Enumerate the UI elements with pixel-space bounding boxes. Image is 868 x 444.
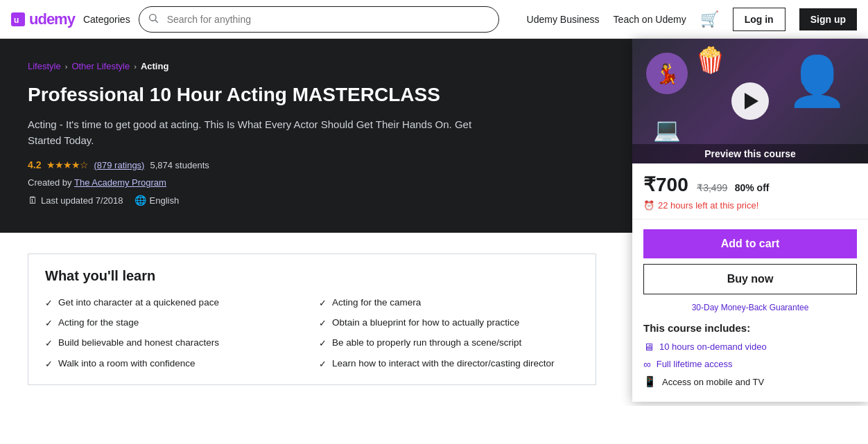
check-icon: ✓ — [319, 317, 327, 330]
learn-item: ✓Acting for the stage — [45, 317, 305, 330]
hero-content: Lifestyle › Other Lifestyle › Acting Pro… — [28, 61, 485, 211]
includes-mobile-text: Access on mobile and TV — [662, 377, 764, 387]
breadcrumb: Lifestyle › Other Lifestyle › Acting — [28, 61, 485, 71]
rating-count[interactable]: (879 ratings) — [94, 160, 144, 170]
check-icon: ✓ — [319, 297, 327, 310]
course-subtitle: Acting - It's time to get good at acting… — [28, 117, 485, 148]
learn-item-text: Acting for the stage — [58, 317, 139, 330]
deco-circle: 💃 — [646, 53, 688, 94]
deco-person: 👤 — [787, 53, 847, 109]
learn-item-text: Walk into a room with confidence — [58, 357, 196, 371]
rating-row: 4.2 ★★★★☆ (879 ratings) 5,874 students — [28, 159, 485, 170]
search-input[interactable] — [139, 6, 499, 33]
last-updated-item: 🗓 Last updated 7/2018 — [28, 195, 123, 206]
udemy-business-link[interactable]: Udemy Business — [527, 14, 600, 25]
learn-item: ✓Walk into a room with confidence — [45, 357, 305, 371]
creator-prefix: Created by — [28, 177, 72, 188]
play-button[interactable] — [731, 82, 769, 120]
card-pricing: ₹700 ₹3,499 80% off ⏰ 22 hours left at t… — [632, 163, 868, 220]
svg-point-2 — [149, 14, 155, 20]
svg-text:u: u — [14, 15, 19, 25]
last-updated-text: Last updated 7/2018 — [41, 195, 123, 206]
course-title: Professional 10 Hour Acting MASTERCLASS — [28, 82, 485, 107]
includes-video-text: 10 hours on-demand video — [659, 341, 767, 352]
breadcrumb-acting: Acting — [141, 61, 168, 71]
language-item: 🌐 English — [134, 195, 180, 206]
learn-title: What you'll learn — [45, 268, 579, 284]
course-includes-title: This course includes: — [632, 322, 868, 341]
check-icon: ✓ — [45, 297, 53, 310]
creator-link[interactable]: The Academy Program — [74, 177, 166, 188]
signup-button[interactable]: Sign up — [799, 8, 857, 30]
creator-row: Created by The Academy Program — [28, 177, 485, 188]
learn-item-text: Be able to properly run through a scene/… — [332, 337, 521, 350]
discount-timer: ⏰ 22 hours left at this price! — [643, 200, 857, 211]
price-original: ₹3,499 — [697, 182, 727, 193]
infinity-icon: ∞ — [643, 358, 651, 370]
preview-label: Preview this course — [632, 144, 868, 163]
learn-item-text: Build believable and honest characters — [58, 337, 219, 350]
header: u udemy Categories Udemy Business Teach … — [0, 0, 868, 39]
includes-lifetime-text: Full lifetime access — [657, 359, 733, 369]
rating-number: 4.2 — [28, 159, 41, 170]
learn-item-text: Acting for the camera — [332, 296, 421, 310]
teach-link[interactable]: Teach on Udemy — [614, 14, 686, 25]
alarm-icon: ⏰ — [643, 200, 654, 211]
check-icon: ✓ — [45, 337, 53, 350]
learn-grid: ✓Get into character at a quickened pace✓… — [45, 296, 579, 371]
deco-popcorn: 🍿 — [695, 46, 726, 75]
cart-icon[interactable]: 🛒 — [700, 10, 719, 28]
includes-item-lifetime: ∞ Full lifetime access — [643, 358, 857, 370]
search-bar — [139, 6, 499, 33]
globe-icon: 🌐 — [134, 195, 146, 206]
learn-item: ✓Be able to properly run through a scene… — [319, 337, 579, 350]
video-icon: 🖥 — [643, 341, 654, 353]
search-icon — [148, 12, 159, 26]
meta-row: 🗓 Last updated 7/2018 🌐 English — [28, 195, 485, 206]
hero-section: Lifestyle › Other Lifestyle › Acting Pro… — [0, 39, 868, 233]
deco-laptop: 💻 — [653, 116, 681, 143]
check-icon: ✓ — [45, 317, 53, 330]
calendar-icon: 🗓 — [28, 195, 37, 206]
check-icon: ✓ — [45, 358, 53, 371]
learn-item: ✓Get into character at a quickened pace — [45, 296, 305, 310]
learn-item-text: Get into character at a quickened pace — [58, 296, 219, 310]
breadcrumb-sep-2: › — [134, 62, 137, 71]
preview-thumbnail[interactable]: 💃 🍿 👤 💻 Preview this course — [632, 39, 868, 163]
timer-text: 22 hours left at this price! — [658, 200, 758, 211]
includes-list: 🖥 10 hours on-demand video ∞ Full lifeti… — [632, 341, 868, 402]
check-icon: ✓ — [319, 337, 327, 350]
language-text: English — [150, 195, 180, 206]
buy-now-button[interactable]: Buy now — [643, 264, 857, 294]
learn-item: ✓Learn how to interact with the director… — [319, 357, 579, 371]
mobile-icon: 📱 — [643, 375, 657, 388]
add-to-cart-button[interactable]: Add to cart — [643, 229, 857, 258]
logo[interactable]: u udemy — [11, 10, 75, 28]
header-right: Udemy Business Teach on Udemy 🛒 Log in S… — [527, 8, 857, 31]
learn-item: ✓Build believable and honest characters — [45, 337, 305, 350]
learn-box: What you'll learn ✓Get into character at… — [28, 254, 596, 385]
preview-card: 💃 🍿 👤 💻 Preview this course ₹700 ₹3,499 … — [632, 39, 868, 402]
learn-item-text: Learn how to interact with the director/… — [332, 357, 554, 371]
breadcrumb-other-lifestyle[interactable]: Other Lifestyle — [71, 61, 130, 71]
logo-text: udemy — [29, 10, 75, 28]
price-main: ₹700 — [643, 174, 688, 195]
learn-item-text: Obtain a blueprint for how to actually p… — [332, 317, 519, 330]
discount-label: 80% off — [735, 182, 770, 193]
categories-nav[interactable]: Categories — [83, 14, 130, 25]
learn-item: ✓Acting for the camera — [319, 296, 579, 310]
includes-item-video: 🖥 10 hours on-demand video — [643, 341, 857, 353]
learn-item: ✓Obtain a blueprint for how to actually … — [319, 317, 579, 330]
includes-item-mobile: 📱 Access on mobile and TV — [643, 375, 857, 388]
money-back-guarantee: 30-Day Money-Back Guarantee — [632, 303, 868, 312]
svg-line-3 — [155, 20, 158, 23]
breadcrumb-sep-1: › — [65, 62, 68, 71]
star-icons: ★★★★☆ — [46, 159, 88, 170]
breadcrumb-lifestyle[interactable]: Lifestyle — [28, 61, 61, 71]
check-icon: ✓ — [319, 358, 327, 371]
login-button[interactable]: Log in — [733, 8, 785, 31]
student-count: 5,874 students — [150, 160, 209, 170]
